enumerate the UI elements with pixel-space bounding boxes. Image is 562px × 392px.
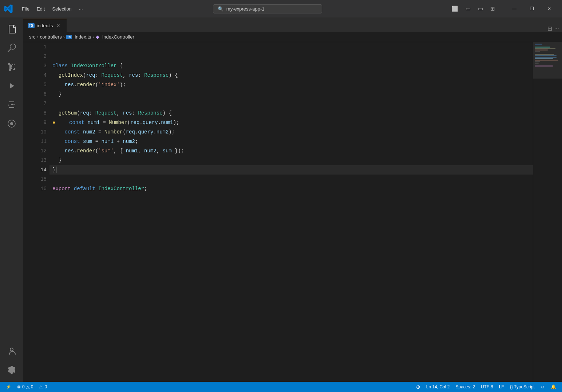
status-bell-icon: 🔔 [551,384,556,389]
code-line-10: const num2 = Number(req.query.num2); [50,127,533,137]
main-layout: TS index.ts × ⊞ ··· src › controllers › … [0,17,562,382]
activity-remote[interactable] [3,115,20,132]
status-remote-icon: ⚡ [6,384,11,389]
code-line-11: const sum = num1 + num2; [50,137,533,146]
tab-index-ts[interactable]: TS index.ts × [23,19,67,32]
status-language-text: {} TypeScript [510,384,535,389]
breadcrumb-src[interactable]: src [29,34,35,40]
status-notifications[interactable]: 🔔 [548,382,559,392]
vscode-logo [4,4,13,13]
status-spaces[interactable]: Spaces: 2 [453,382,478,392]
activity-extensions[interactable] [3,96,20,113]
code-line-16: export default IndexController; [50,184,533,193]
editor-area: TS index.ts × ⊞ ··· src › controllers › … [23,17,562,382]
line-num-1: 1 [26,42,47,52]
tab-ts-badge: TS [28,23,35,28]
line-num-2: 2 [26,52,47,61]
breadcrumb-class-icon: ◆ [96,34,99,40]
breadcrumb-class[interactable]: IndexController [102,34,134,40]
status-encoding[interactable]: UTF-8 [478,382,496,392]
tab-filename: index.ts [37,23,53,28]
line-num-9: 9 [26,118,47,127]
line-num-4: 4 [26,71,47,80]
breadcrumb-sep-2: › [63,34,65,40]
status-position[interactable]: Ln 14, Col 2 [423,382,453,392]
code-line-7 [50,99,533,108]
minimize-button[interactable]: — [506,3,523,15]
code-line-4: getIndex(req: Request, res: Response) { [50,71,533,80]
code-line-14: } [50,165,533,175]
code-line-2 [50,52,533,61]
title-actions: ⬜ ▭ ▭ ⊞ [449,5,497,13]
status-no-problems[interactable]: ⚠ 0 [36,382,50,392]
breadcrumb-file[interactable]: index.ts [75,34,91,40]
status-line-ending-text: LF [499,384,504,389]
activity-search[interactable] [3,39,20,57]
search-magnifier-icon: 🔍 [218,6,223,12]
split-editor-tab-icon[interactable]: ⊞ [547,25,552,32]
code-line-12: res.render('sum', { num1, num2, sum }); [50,146,533,156]
activity-source-control[interactable] [3,58,20,76]
tab-bar: TS index.ts × ⊞ ··· [23,17,562,32]
line-num-16: 16 [26,184,47,193]
svg-point-1 [10,122,13,125]
code-line-9: ● const num1 = Number(req.query.num1); [50,118,533,127]
menu-more[interactable]: ··· [76,5,86,13]
menu-selection[interactable]: Selection [49,5,74,13]
menu-bar: File Edit Selection ··· [19,5,86,13]
code-line-5: res.render('index'); [50,80,533,89]
customize-layout-icon[interactable]: ⊞ [488,5,497,13]
code-content[interactable]: class IndexController { getIndex(req: Re… [50,42,533,382]
status-error-icon: ⊗ [17,384,21,389]
line-num-13: 13 [26,156,47,165]
code-editor[interactable]: 1 2 3 4 5 6 7 8 9 10 11 12 13 14 15 16 [23,42,562,382]
code-line-1 [50,42,533,52]
search-text: my-express-app-1 [226,6,265,12]
activity-bar [0,17,23,382]
activity-accounts[interactable] [3,343,20,360]
status-line-ending[interactable]: LF [496,382,507,392]
tab-bar-actions: ⊞ ··· [545,25,562,32]
minimap [533,42,562,382]
status-warning-count: 0 [31,384,33,389]
tab-close-button[interactable]: × [57,23,60,29]
status-spaces-text: Spaces: 2 [456,384,475,389]
window-controls: — ❐ ✕ [506,3,558,15]
status-warning-icon: △ [26,384,29,389]
activity-bottom [3,343,20,379]
toggle-sidebar-icon[interactable]: ▭ [463,5,473,13]
line-num-14: 14 [26,165,47,175]
menu-edit[interactable]: Edit [34,5,48,13]
status-remote[interactable]: ⚡ [3,382,14,392]
status-position-text: Ln 14, Col 2 [426,384,450,389]
panel-icon[interactable]: ▭ [476,5,485,13]
status-feedback-icon: ☺ [541,384,545,389]
status-encoding-text: UTF-8 [481,384,493,389]
activity-run-debug[interactable] [3,77,20,95]
code-line-8: getSum(req: Request, res: Response) { [50,108,533,118]
menu-file[interactable]: File [19,5,32,13]
line-num-5: 5 [26,80,47,89]
activity-settings[interactable] [3,361,20,379]
code-line-15 [50,175,533,184]
line-numbers: 1 2 3 4 5 6 7 8 9 10 11 12 13 14 15 16 [23,42,50,382]
breadcrumb: src › controllers › TS index.ts › ◆ Inde… [23,32,562,42]
line-num-7: 7 [26,99,47,108]
line-num-3: 3 [26,61,47,71]
breadcrumb-sep-3: › [92,34,94,40]
line-num-11: 11 [26,137,47,146]
activity-files[interactable] [3,20,20,38]
status-zoom[interactable]: ⊕ [413,382,423,392]
line-num-15: 15 [26,175,47,184]
status-error-count: 0 [22,384,25,389]
maximize-button[interactable]: ❐ [523,3,540,15]
close-button[interactable]: ✕ [541,3,558,15]
breadcrumb-controllers[interactable]: controllers [40,34,62,40]
split-editor-icon[interactable]: ⬜ [449,5,460,13]
status-language[interactable]: {} TypeScript [507,382,538,392]
command-search[interactable]: 🔍 my-express-app-1 [213,4,322,13]
status-feedback[interactable]: ☺ [538,382,548,392]
line-num-6: 6 [26,89,47,99]
more-tab-actions-icon[interactable]: ··· [554,25,559,32]
status-errors[interactable]: ⊗ 0 △ 0 [14,382,36,392]
